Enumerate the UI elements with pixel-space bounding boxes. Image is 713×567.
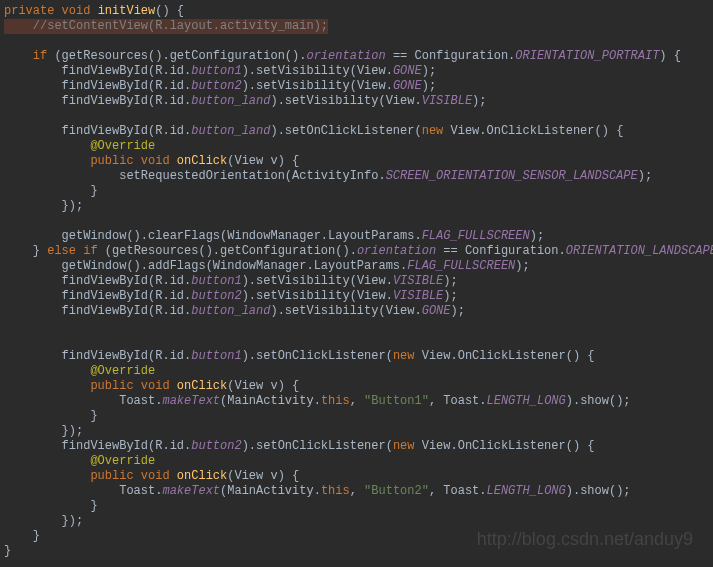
code-token: , Toast. — [429, 484, 487, 498]
code-token: (MainActivity. — [220, 394, 321, 408]
code-line: }); — [4, 424, 713, 439]
code-token: } — [4, 244, 47, 258]
code-token: GONE — [393, 79, 422, 93]
code-token: button_land — [191, 124, 270, 138]
watermark-text: http://blog.csdn.net/anduy9 — [477, 532, 693, 547]
code-line: getWindow().clearFlags(WindowManager.Lay… — [4, 229, 713, 244]
code-line: @Override — [4, 364, 713, 379]
code-line: } — [4, 499, 713, 514]
code-token: ); — [443, 274, 457, 288]
code-token: new — [393, 349, 422, 363]
code-token: } — [4, 184, 98, 198]
code-token: VISIBLE — [393, 274, 443, 288]
code-token: Toast. — [4, 484, 162, 498]
code-token: findViewById(R.id. — [4, 289, 191, 303]
code-token: == Configuration. — [436, 244, 566, 258]
code-token: == Configuration. — [386, 49, 516, 63]
code-token: "Button2" — [364, 484, 429, 498]
code-line: public void onClick(View v) { — [4, 379, 713, 394]
code-token: findViewById(R.id. — [4, 124, 191, 138]
code-line — [4, 34, 713, 49]
code-token: }); — [4, 514, 83, 528]
code-token: new — [393, 439, 422, 453]
code-token: (MainActivity. — [220, 484, 321, 498]
code-token: ).show(); — [566, 484, 631, 498]
code-token: ).setVisibility(View. — [242, 289, 393, 303]
code-token: ); — [443, 289, 457, 303]
code-token: (getResources().getConfiguration(). — [54, 49, 306, 63]
code-token: VISIBLE — [393, 289, 443, 303]
code-token: findViewById(R.id. — [4, 349, 191, 363]
code-token: orientation — [306, 49, 385, 63]
code-token: ).setOnClickListener( — [270, 124, 421, 138]
code-token: findViewById(R.id. — [4, 439, 191, 453]
code-line: findViewById(R.id.button2).setVisibility… — [4, 79, 713, 94]
code-line — [4, 334, 713, 349]
code-token: button_land — [191, 304, 270, 318]
code-line: }); — [4, 199, 713, 214]
code-token: findViewById(R.id. — [4, 79, 191, 93]
code-token: } — [4, 544, 11, 558]
code-token: onClick — [177, 379, 227, 393]
code-token: SCREEN_ORIENTATION_SENSOR_LANDSCAPE — [386, 169, 638, 183]
code-token: button1 — [191, 64, 241, 78]
code-token: findViewById(R.id. — [4, 274, 191, 288]
code-line: if (getResources().getConfiguration().or… — [4, 49, 713, 64]
code-token: ); — [638, 169, 652, 183]
code-token: "Button1" — [364, 394, 429, 408]
code-line: //setContentView(R.layout.activity_main)… — [4, 19, 328, 34]
code-token: LENGTH_LONG — [487, 484, 566, 498]
code-token: ) { — [659, 49, 681, 63]
code-editor[interactable]: private void initView() { //setContentVi… — [0, 0, 713, 559]
code-line: findViewById(R.id.button1).setVisibility… — [4, 64, 713, 79]
code-token: ); — [451, 304, 465, 318]
code-token: ).setVisibility(View. — [242, 64, 393, 78]
code-token: VISIBLE — [422, 94, 472, 108]
code-token: findViewById(R.id. — [4, 64, 191, 78]
code-token: findViewById(R.id. — [4, 94, 191, 108]
code-token: ORIENTATION_PORTRAIT — [515, 49, 659, 63]
code-line: findViewById(R.id.button_land).setOnClic… — [4, 124, 713, 139]
code-token: makeText — [162, 394, 220, 408]
code-line: private void initView() { — [4, 4, 713, 19]
code-line — [4, 109, 713, 124]
code-token: button1 — [191, 349, 241, 363]
code-token: GONE — [422, 304, 451, 318]
code-token: ORIENTATION_LANDSCAPE — [566, 244, 713, 258]
code-token: ); — [422, 64, 436, 78]
code-token: (getResources().getConfiguration(). — [105, 244, 357, 258]
code-token: View.OnClickListener() { — [451, 124, 624, 138]
code-token: onClick — [177, 154, 227, 168]
code-token: (View v) { — [227, 154, 299, 168]
code-token: }); — [4, 424, 83, 438]
code-line: @Override — [4, 139, 713, 154]
code-token: public void — [4, 379, 177, 393]
code-token: ); — [422, 79, 436, 93]
code-token: //setContentView(R.layout.activity_main)… — [4, 19, 328, 33]
code-token: ).setVisibility(View. — [270, 304, 421, 318]
code-token: }); — [4, 199, 83, 213]
code-token: , — [350, 394, 364, 408]
code-line: } — [4, 184, 713, 199]
code-line: findViewById(R.id.button1).setVisibility… — [4, 274, 713, 289]
code-line: Toast.makeText(MainActivity.this, "Butto… — [4, 394, 713, 409]
code-token: orientation — [357, 244, 436, 258]
code-token: getWindow().clearFlags(WindowManager.Lay… — [4, 229, 422, 243]
code-line: findViewById(R.id.button2).setOnClickLis… — [4, 439, 713, 454]
code-line: public void onClick(View v) { — [4, 469, 713, 484]
code-token: ).setVisibility(View. — [242, 274, 393, 288]
code-token: getWindow().addFlags(WindowManager.Layou… — [4, 259, 407, 273]
code-line: findViewById(R.id.button_land).setVisibi… — [4, 94, 713, 109]
code-token: (View v) { — [227, 379, 299, 393]
code-token: public void — [4, 469, 177, 483]
code-token: , — [350, 484, 364, 498]
code-line: findViewById(R.id.button_land).setVisibi… — [4, 304, 713, 319]
code-token: button1 — [191, 274, 241, 288]
code-line: findViewById(R.id.button2).setVisibility… — [4, 289, 713, 304]
code-token: GONE — [393, 64, 422, 78]
code-token: button2 — [191, 439, 241, 453]
code-token: @Override — [4, 364, 155, 378]
code-token: (View v) { — [227, 469, 299, 483]
code-token: public void — [4, 154, 177, 168]
code-token: } — [4, 409, 98, 423]
